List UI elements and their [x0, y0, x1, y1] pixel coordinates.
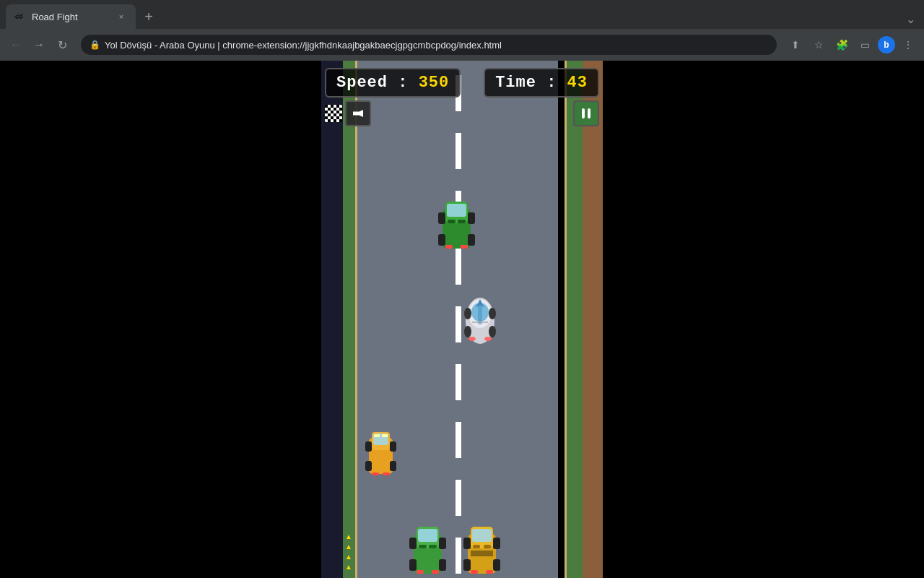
browser-frame: 🏎 Road Fight × + ⌄ ← → ↻ 🔒 Yol Dövüşü - …: [0, 0, 924, 578]
road-left-border: [355, 61, 357, 578]
address-lock-icon: 🔒: [90, 40, 100, 50]
svg-rect-27: [390, 441, 396, 452]
left-green-strip: [343, 61, 356, 578]
pause-bar-left: [582, 108, 585, 118]
speed-display: Speed : 350: [325, 68, 461, 98]
svg-rect-33: [382, 434, 388, 437]
svg-rect-38: [439, 538, 446, 549]
svg-rect-48: [463, 538, 471, 549]
lane-dash: [456, 480, 461, 516]
bookmark-button[interactable]: ☆: [808, 35, 829, 55]
right-green-strip: [567, 61, 583, 578]
sidebar-button[interactable]: ▭: [855, 35, 875, 55]
address-bar[interactable]: 🔒 Yol Dövüşü - Araba Oyunu | chrome-exte…: [81, 35, 777, 55]
chevron-icon: ▲: [345, 533, 352, 540]
svg-point-21: [468, 337, 476, 341]
svg-rect-7: [448, 220, 456, 223]
svg-rect-32: [374, 434, 380, 437]
refresh-button[interactable]: ↻: [52, 35, 72, 55]
svg-rect-41: [419, 545, 427, 548]
game-content: ▲ ▲ ▲ ▲ Speed : 350 Time : 43: [0, 61, 924, 578]
lane-dash: [456, 133, 461, 169]
tab-close-button[interactable]: ×: [116, 11, 127, 22]
enemy-car-yellow-bottom: [462, 523, 502, 578]
svg-rect-3: [438, 212, 445, 224]
active-tab[interactable]: 🏎 Road Fight ×: [6, 4, 136, 29]
svg-rect-5: [438, 234, 445, 246]
controls-row: [321, 100, 603, 126]
time-display: Time : 43: [484, 68, 599, 98]
hud-overlay: Speed : 350 Time : 43: [321, 61, 603, 105]
chevron-icon: ▲: [345, 553, 352, 561]
speed-chevrons: ▲ ▲ ▲ ▲: [345, 533, 352, 571]
svg-rect-52: [473, 545, 480, 548]
tab-bar: 🏎 Road Fight × + ⌄: [0, 0, 924, 29]
checker-flag-icon: [325, 105, 342, 122]
svg-rect-10: [461, 245, 468, 249]
enemy-car-green-top: [437, 198, 476, 256]
speed-value: 350: [419, 74, 450, 92]
svg-rect-31: [383, 473, 390, 475]
time-label: Time :: [495, 74, 557, 92]
svg-rect-49: [493, 538, 500, 549]
svg-point-22: [484, 337, 492, 341]
svg-rect-53: [484, 545, 491, 548]
svg-rect-2: [447, 204, 466, 217]
sound-button[interactable]: [345, 100, 371, 126]
tab-minimize: ⌄: [906, 12, 918, 26]
address-text: Yol Dövüşü - Araba Oyunu | chrome-extens…: [105, 40, 768, 51]
svg-rect-4: [468, 212, 475, 224]
svg-rect-44: [432, 570, 439, 574]
svg-rect-43: [417, 570, 424, 574]
svg-rect-29: [390, 461, 396, 471]
svg-point-18: [464, 326, 471, 337]
pause-bar-right: [588, 108, 590, 118]
svg-rect-37: [409, 538, 417, 549]
svg-rect-6: [468, 234, 475, 246]
enemy-car-green-bottom: [408, 523, 448, 578]
right-brown-panel: [583, 61, 603, 578]
left-panel: [321, 61, 343, 578]
svg-rect-30: [372, 473, 379, 475]
more-button[interactable]: ⋮: [898, 35, 918, 55]
svg-rect-26: [365, 441, 372, 452]
speed-label: Speed :: [336, 74, 408, 92]
svg-point-19: [489, 326, 496, 337]
extensions-button[interactable]: 🧩: [832, 35, 852, 55]
svg-point-17: [489, 308, 496, 319]
svg-rect-50: [463, 559, 471, 571]
svg-rect-28: [365, 461, 372, 471]
lane-dash: [456, 364, 461, 400]
svg-rect-36: [418, 529, 437, 542]
time-value: 43: [567, 74, 588, 92]
pause-button[interactable]: [573, 100, 599, 126]
navigation-bar: ← → ↻ 🔒 Yol Dövüşü - Araba Oyunu | chrom…: [0, 29, 924, 61]
svg-rect-39: [409, 559, 417, 571]
lane-dash: [456, 306, 461, 342]
share-button[interactable]: ⬆: [785, 35, 806, 55]
chevron-icon: ▲: [345, 564, 352, 571]
svg-point-16: [464, 308, 471, 319]
enemy-car-white: [462, 292, 498, 346]
svg-rect-9: [445, 245, 453, 249]
svg-rect-14: [478, 303, 482, 324]
game-container: ▲ ▲ ▲ ▲ Speed : 350 Time : 43: [321, 61, 603, 578]
svg-rect-56: [471, 551, 493, 556]
svg-rect-47: [472, 529, 492, 542]
back-button[interactable]: ←: [6, 35, 26, 55]
lane-dash: [456, 422, 461, 458]
player-car: [365, 429, 397, 480]
profile-button[interactable]: b: [878, 36, 895, 53]
svg-rect-42: [429, 545, 437, 548]
forward-button[interactable]: →: [29, 35, 49, 55]
svg-rect-8: [458, 220, 466, 223]
chevron-icon: ▲: [345, 543, 352, 551]
svg-rect-40: [439, 559, 446, 571]
tab-favicon: 🏎: [14, 11, 26, 22]
svg-rect-54: [471, 570, 478, 574]
new-tab-button[interactable]: +: [139, 7, 159, 27]
svg-rect-51: [493, 559, 500, 571]
sound-group: [325, 100, 371, 126]
svg-rect-55: [486, 570, 493, 574]
lane-dash: [456, 538, 461, 574]
